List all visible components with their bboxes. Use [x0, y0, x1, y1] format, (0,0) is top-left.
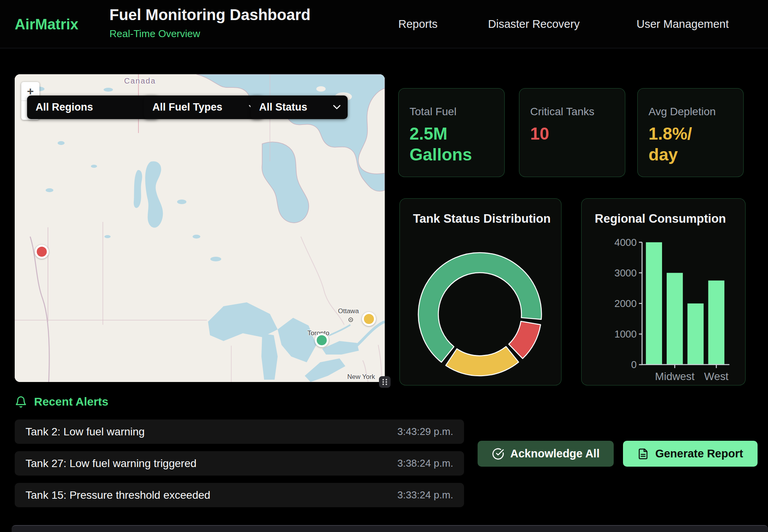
partially-visible-row: [12, 525, 768, 532]
svg-text:West: West: [704, 370, 729, 382]
recent-alerts-header: Recent Alerts: [15, 395, 108, 408]
regional-consumption-card: Regional Consumption 01000200030004000Mi…: [581, 198, 746, 385]
tank-marker-critical[interactable]: [35, 245, 49, 259]
alert-time: 3:33:24 p.m.: [397, 489, 453, 501]
stat-label: Critical Tanks: [530, 106, 614, 118]
stat-label: Avg Depletion: [649, 106, 732, 118]
alert-row[interactable]: Tank 2: Low fuel warning 3:43:29 p.m.: [15, 419, 464, 444]
alert-time: 3:38:24 p.m.: [397, 457, 453, 469]
ottawa-town-dot-icon: [348, 317, 353, 322]
fuel-type-filter-value: All Fuel Types: [152, 101, 222, 113]
map-resize-handle[interactable]: [379, 376, 391, 388]
generate-report-button[interactable]: Generate Report: [623, 441, 758, 467]
svg-text:2000: 2000: [614, 298, 637, 309]
region-filter-dropdown[interactable]: All Regions: [27, 95, 159, 119]
recent-alerts-heading: Recent Alerts: [34, 395, 108, 408]
app-header: AirMatrix Fuel Monitoring Dashboard Real…: [0, 0, 768, 48]
nav-reports[interactable]: Reports: [398, 18, 438, 31]
alert-row[interactable]: Tank 15: Pressure threshold exceeded 3:3…: [15, 483, 464, 507]
region-filter-value: All Regions: [36, 101, 93, 113]
page-title: Fuel Monitoring Dashboard: [109, 6, 311, 24]
stat-label: Total Fuel: [410, 106, 493, 118]
svg-text:Midwest: Midwest: [655, 370, 695, 382]
tank-marker-normal[interactable]: [315, 333, 329, 347]
tank-status-donut-chart: [400, 199, 561, 385]
stat-card-total-fuel: Total Fuel 2.5MGallons: [398, 88, 505, 177]
regional-consumption-bar-chart: 01000200030004000MidwestWest: [582, 199, 745, 385]
acknowledge-all-button[interactable]: Acknowledge All: [478, 441, 614, 467]
page-subtitle: Real-Time Overview: [109, 28, 200, 40]
stat-card-critical-tanks: Critical Tanks 10: [519, 88, 625, 177]
map-label-canada: Canada: [124, 77, 156, 85]
fuel-map[interactable]: Canada Ottawa Toronto New York + − All R…: [15, 74, 385, 382]
map-label-ottawa: Ottawa: [338, 307, 359, 315]
svg-text:0: 0: [631, 359, 637, 370]
status-filter-dropdown[interactable]: All Status: [251, 95, 348, 119]
alert-time: 3:43:29 p.m.: [397, 426, 453, 438]
alert-text: Tank 15: Pressure threshold exceeded: [26, 489, 210, 501]
status-filter-value: All Status: [259, 101, 307, 113]
svg-text:1000: 1000: [614, 329, 637, 339]
tank-marker-warning[interactable]: [362, 312, 376, 326]
file-text-icon: [637, 448, 649, 460]
chevron-down-icon: [333, 105, 341, 110]
app-logo: AirMatrix: [15, 16, 79, 33]
tank-status-distribution-card: Tank Status Distribution: [399, 198, 561, 385]
stat-value-total-fuel: 2.5MGallons: [410, 123, 493, 165]
stat-card-avg-depletion: Avg Depletion 1.8%/day: [637, 88, 744, 177]
stat-value-avg-depletion: 1.8%/day: [649, 123, 732, 165]
bell-icon: [15, 395, 27, 408]
svg-text:3000: 3000: [614, 268, 637, 278]
check-circle-icon: [492, 448, 504, 460]
svg-text:4000: 4000: [614, 237, 637, 248]
alert-row[interactable]: Tank 27: Low fuel warning triggered 3:38…: [15, 451, 464, 476]
map-label-new-york: New York: [347, 373, 375, 381]
stat-value-critical-tanks: 10: [530, 123, 614, 144]
nav-disaster-recovery[interactable]: Disaster Recovery: [488, 18, 580, 31]
nav-user-management[interactable]: User Management: [637, 18, 729, 31]
alert-text: Tank 27: Low fuel warning triggered: [26, 457, 196, 470]
fuel-type-filter-dropdown[interactable]: All Fuel Types: [144, 95, 263, 119]
drag-dots-icon: [381, 377, 389, 387]
alert-text: Tank 2: Low fuel warning: [26, 426, 145, 438]
